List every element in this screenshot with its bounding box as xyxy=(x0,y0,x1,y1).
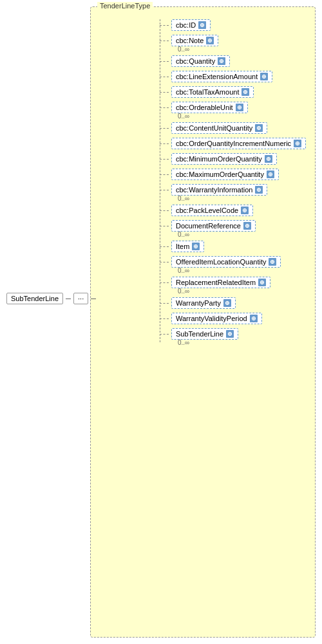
cbc-quantity-box[interactable]: cbc:Quantity ⊕ xyxy=(171,55,230,67)
list-item: cbc:MaximumOrderQuantity ⊕ xyxy=(160,169,306,183)
documentreference-box[interactable]: DocumentReference ⊕ xyxy=(171,220,256,232)
offereditemlocationquantity-label: OfferedItemLocationQuantity xyxy=(176,258,266,266)
cbc-maximumorderquantity-expand[interactable]: ⊕ xyxy=(267,170,274,178)
h-connector-line xyxy=(160,303,169,304)
h-connector-line xyxy=(160,92,169,93)
cbc-packlevelcode-label: cbc:PackLevelCode xyxy=(176,207,238,214)
documentreference-expand[interactable]: ⊕ xyxy=(243,222,251,230)
cbc-totaltaxamount-box[interactable]: cbc:TotalTaxAmount ⊕ xyxy=(171,86,254,98)
items-list: cbc:ID ⊕ cbc:Note ⊕ 0..∞ cbc:Quan xyxy=(160,19,306,349)
cbc-contentunitquantity-box[interactable]: cbc:ContentUnitQuantity ⊕ xyxy=(171,122,267,134)
cbc-lineextensionamount-expand[interactable]: ⊕ xyxy=(260,73,268,80)
h-connector-line xyxy=(160,190,169,190)
h-connector-line xyxy=(160,41,169,41)
cbc-orderquantityincrementnumeric-label: cbc:OrderQuantityIncrementNumeric xyxy=(176,140,291,147)
replacementrelateditem-box[interactable]: ReplacementRelatedItem ⊕ xyxy=(171,277,270,288)
warrantyparty-box[interactable]: WarrantyParty ⊕ xyxy=(171,297,236,309)
replacementrelateditem-label: ReplacementRelatedItem xyxy=(176,279,256,286)
list-item: Item ⊕ xyxy=(160,241,306,255)
list-item: WarrantyValidityPeriod ⊕ xyxy=(160,313,306,327)
warrantyvalidityperiod-expand[interactable]: ⊕ xyxy=(250,315,258,322)
list-item: SubTenderLine ⊕ 0..∞ xyxy=(160,328,306,347)
h-connector-line xyxy=(160,174,169,175)
list-item: cbc:Note ⊕ 0..∞ xyxy=(160,35,306,54)
cbc-note-expand[interactable]: ⊕ xyxy=(206,37,214,44)
h-connector-line xyxy=(160,107,169,108)
item-box[interactable]: Item ⊕ xyxy=(171,241,204,252)
subtenderline-nested-label: SubTenderLine xyxy=(176,330,223,338)
subtenderline-nested-expand[interactable]: ⊕ xyxy=(226,330,234,338)
offereditemlocationquantity-box[interactable]: OfferedItemLocationQuantity ⊕ xyxy=(171,256,281,268)
cbc-note-box[interactable]: cbc:Note ⊕ xyxy=(171,35,218,46)
cbc-maximumorderquantity-box[interactable]: cbc:MaximumOrderQuantity ⊕ xyxy=(171,169,279,180)
list-item: cbc:OrderQuantityIncrementNumeric ⊕ xyxy=(160,138,306,152)
cbc-orderableunit-expand[interactable]: ⊕ xyxy=(236,104,243,111)
cbc-totaltaxamount-label: cbc:TotalTaxAmount xyxy=(176,88,239,96)
cbc-orderableunit-cardinality: 0..∞ xyxy=(160,113,306,120)
cbc-packlevelcode-box[interactable]: cbc:PackLevelCode ⊕ xyxy=(171,205,253,216)
h-connector-line xyxy=(160,143,169,144)
cbc-note-label: cbc:Note xyxy=(176,37,204,44)
replacementrelateditem-cardinality: 0..∞ xyxy=(160,288,306,295)
warrantyparty-label: WarrantyParty xyxy=(176,299,221,307)
list-item: cbc:Quantity ⊕ xyxy=(160,55,306,69)
panel-title: TenderLineType xyxy=(97,2,153,10)
cbc-warrantyinformation-cardinality: 0..∞ xyxy=(160,195,306,202)
list-item: cbc:LineExtensionAmount ⊕ xyxy=(160,71,306,85)
h-connector-line xyxy=(160,226,169,226)
subtenderline-left-node: SubTenderLine ··· xyxy=(6,293,96,304)
warrantyvalidityperiod-label: WarrantyValidityPeriod xyxy=(176,315,247,322)
warrantyvalidityperiod-box[interactable]: WarrantyValidityPeriod ⊕ xyxy=(171,313,262,324)
cbc-orderquantityincrementnumeric-expand[interactable]: ⊕ xyxy=(294,140,301,147)
offereditemlocationquantity-expand[interactable]: ⊕ xyxy=(269,258,276,266)
replacementrelateditem-expand[interactable]: ⊕ xyxy=(258,279,266,286)
list-item: WarrantyParty ⊕ xyxy=(160,297,306,311)
subtenderline-nested-cardinality: 0..∞ xyxy=(160,339,306,346)
list-item: ReplacementRelatedItem ⊕ 0..∞ xyxy=(160,277,306,296)
cbc-orderableunit-box[interactable]: cbc:OrderableUnit ⊕ xyxy=(171,102,248,113)
cbc-lineextensionamount-box[interactable]: cbc:LineExtensionAmount ⊕ xyxy=(171,71,272,82)
cbc-warrantyinformation-expand[interactable]: ⊕ xyxy=(255,186,263,194)
subtenderline-label: SubTenderLine xyxy=(6,293,63,304)
h-connector-line xyxy=(160,77,169,77)
list-item: cbc:MinimumOrderQuantity ⊕ xyxy=(160,153,306,167)
h-connector-line xyxy=(160,334,169,335)
cbc-id-box[interactable]: cbc:ID ⊕ xyxy=(171,19,211,31)
list-item: cbc:PackLevelCode ⊕ xyxy=(160,205,306,219)
cbc-contentunitquantity-expand[interactable]: ⊕ xyxy=(255,124,263,132)
cbc-minimumorderquantity-expand[interactable]: ⊕ xyxy=(265,155,272,163)
cbc-lineextensionamount-label: cbc:LineExtensionAmount xyxy=(176,73,258,80)
documentreference-label: DocumentReference xyxy=(176,222,241,230)
cbc-minimumorderquantity-label: cbc:MinimumOrderQuantity xyxy=(176,155,262,163)
warrantyparty-expand[interactable]: ⊕ xyxy=(223,299,231,307)
cbc-orderableunit-label: cbc:OrderableUnit xyxy=(176,104,233,111)
cbc-id-expand[interactable]: ⊕ xyxy=(198,21,206,29)
h-connector-line xyxy=(160,159,169,160)
cbc-note-cardinality: 0..∞ xyxy=(160,46,306,53)
list-item: cbc:WarrantyInformation ⊕ 0..∞ xyxy=(160,184,306,203)
subtenderline-nested-box[interactable]: SubTenderLine ⊕ xyxy=(171,328,238,340)
h-connector-line xyxy=(160,128,169,129)
cbc-minimumorderquantity-box[interactable]: cbc:MinimumOrderQuantity ⊕ xyxy=(171,153,277,165)
cbc-warrantyinformation-box[interactable]: cbc:WarrantyInformation ⊕ xyxy=(171,184,267,196)
cbc-contentunitquantity-label: cbc:ContentUnitQuantity xyxy=(176,124,252,132)
list-item: OfferedItemLocationQuantity ⊕ 0..∞ xyxy=(160,256,306,275)
h-connector-line xyxy=(160,262,169,262)
item-expand[interactable]: ⊕ xyxy=(192,243,200,250)
cbc-totaltaxamount-expand[interactable]: ⊕ xyxy=(242,88,249,96)
cbc-orderquantityincrementnumeric-box[interactable]: cbc:OrderQuantityIncrementNumeric ⊕ xyxy=(171,138,306,149)
cbc-packlevelcode-expand[interactable]: ⊕ xyxy=(241,207,249,214)
list-item: cbc:ID ⊕ xyxy=(160,19,306,33)
main-container: TenderLineType SubTenderLine ··· cbc:ID … xyxy=(0,0,322,644)
documentreference-cardinality: 0..∞ xyxy=(160,231,306,238)
cbc-id-label: cbc:ID xyxy=(176,21,196,29)
cbc-maximumorderquantity-label: cbc:MaximumOrderQuantity xyxy=(176,170,264,178)
cbc-quantity-expand[interactable]: ⊕ xyxy=(218,57,225,65)
item-label: Item xyxy=(176,243,189,250)
h-connector-line xyxy=(160,25,169,26)
offereditemlocationquantity-cardinality: 0..∞ xyxy=(160,267,306,274)
list-item: cbc:OrderableUnit ⊕ 0..∞ xyxy=(160,102,306,121)
h-connector-line xyxy=(160,246,169,247)
list-item: cbc:TotalTaxAmount ⊕ xyxy=(160,86,306,100)
cbc-warrantyinformation-label: cbc:WarrantyInformation xyxy=(176,186,252,194)
